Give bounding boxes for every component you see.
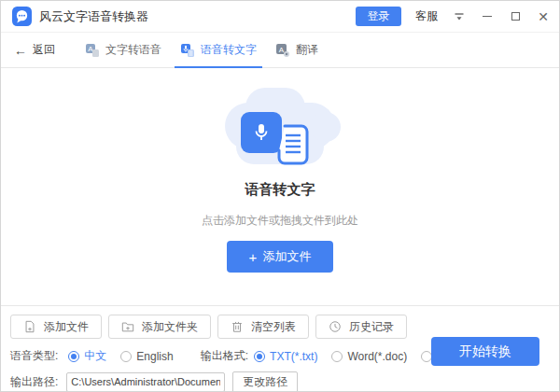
tab-text-to-speech[interactable]: A 文字转语音 [76, 33, 171, 67]
file-plus-icon [23, 320, 36, 333]
history-toolbar-button[interactable]: 历史记录 [315, 315, 407, 339]
document-icon [275, 122, 311, 171]
clock-icon [329, 320, 342, 333]
dropzone-title: 语音转文字 [245, 181, 315, 199]
app-logo-icon [12, 7, 32, 26]
radio-icon [331, 351, 343, 362]
speech-to-text-icon [180, 43, 195, 58]
toolbar-button-label: 清空列表 [251, 319, 296, 335]
toolbar: 添加文件 添加文件夹 清空列表 历史记录 [10, 315, 550, 339]
start-conversion-button[interactable]: 开始转换 [431, 337, 539, 366]
change-path-button[interactable]: 更改路径 [232, 371, 298, 392]
format-option-txt[interactable]: TXT(*.txt) [254, 350, 317, 363]
tab-speech-to-text[interactable]: 语音转文字 [171, 33, 266, 67]
output-path-row: 输出路径: 更改路径 [10, 371, 550, 392]
back-arrow-icon: ← [14, 43, 27, 58]
maximize-icon[interactable] [509, 10, 522, 23]
radio-icon [254, 351, 265, 362]
app-window: 风云文字语音转换器 登录 客服 ✕ ← 返回 A 文字转语音 语音转文字 [0, 0, 560, 392]
tab-label: 文字转语音 [105, 42, 161, 58]
add-file-button[interactable]: + 添加文件 [227, 241, 333, 273]
text-to-speech-icon: A [85, 43, 100, 58]
tab-label: 翻译 [296, 42, 318, 58]
add-file-label: 添加文件 [262, 248, 311, 265]
add-file-toolbar-button[interactable]: 添加文件 [10, 315, 102, 339]
voice-type-label: 语音类型: [10, 348, 58, 364]
dropzone-hint: 点击添加文件或拖拽文件到此处 [202, 213, 358, 229]
translate-icon: A [275, 43, 290, 58]
back-button[interactable]: ← 返回 [14, 33, 55, 67]
toolbar-button-label: 历史记录 [349, 319, 394, 335]
speech-to-text-illustration [219, 88, 341, 167]
file-dropzone[interactable]: 语音转文字 点击添加文件或拖拽文件到此处 + 添加文件 [1, 68, 559, 306]
tab-translate[interactable]: A 翻译 [266, 33, 328, 67]
plus-icon: + [249, 250, 258, 264]
support-link[interactable]: 客服 [415, 8, 438, 24]
voice-option-label: 中文 [84, 348, 106, 364]
bottom-panel: 添加文件 添加文件夹 清空列表 历史记录 语音类型: 中文 [1, 306, 559, 392]
cloud-shape [311, 112, 341, 142]
format-option-doc[interactable]: Word(*.doc) [331, 350, 407, 363]
app-title: 风云文字语音转换器 [39, 8, 148, 25]
voice-option-label: English [136, 350, 173, 363]
svg-text:A: A [279, 45, 285, 53]
titlebar: 风云文字语音转换器 登录 客服 ✕ [1, 1, 559, 33]
tab-label: 语音转文字 [201, 42, 257, 58]
add-folder-toolbar-button[interactable]: 添加文件夹 [108, 315, 211, 339]
radio-icon [68, 351, 79, 362]
output-format-label: 输出格式: [201, 348, 248, 364]
format-option-label: TXT(*.txt) [270, 350, 317, 363]
format-option-label: Word(*.doc) [347, 350, 407, 363]
close-icon[interactable]: ✕ [537, 10, 550, 23]
output-path-label: 输出路径: [10, 374, 58, 390]
menu-icon[interactable] [453, 10, 466, 23]
folder-plus-icon [121, 320, 134, 333]
tabbar: ← 返回 A 文字转语音 语音转文字 A 翻译 [1, 33, 559, 68]
minimize-icon[interactable] [481, 10, 494, 23]
voice-option-chinese[interactable]: 中文 [68, 348, 106, 364]
toolbar-button-label: 添加文件 [44, 319, 89, 335]
back-label: 返回 [33, 42, 55, 58]
voice-option-english[interactable]: English [120, 350, 173, 363]
login-button[interactable]: 登录 [356, 7, 401, 26]
trash-icon [231, 320, 244, 333]
radio-icon [120, 351, 132, 362]
toolbar-button-label: 添加文件夹 [142, 319, 198, 335]
output-path-input[interactable] [66, 372, 225, 392]
clear-list-toolbar-button[interactable]: 清空列表 [217, 315, 309, 339]
